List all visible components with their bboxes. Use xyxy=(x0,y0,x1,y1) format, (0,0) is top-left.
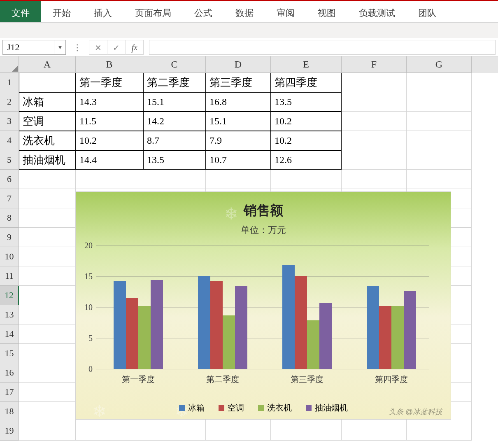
cell[interactable] xyxy=(19,170,76,189)
row-header[interactable]: 4 xyxy=(0,131,19,150)
cell[interactable]: 冰箱 xyxy=(19,92,76,112)
cell[interactable] xyxy=(206,421,271,441)
cell[interactable]: 11.5 xyxy=(76,112,143,131)
cell[interactable] xyxy=(19,73,76,92)
cell[interactable] xyxy=(19,402,76,421)
row-header[interactable]: 10 xyxy=(0,247,19,266)
tab-load-test[interactable]: 负载测试 xyxy=(347,1,407,22)
row-header[interactable]: 15 xyxy=(0,344,19,363)
more-options-icon[interactable]: ⋮ xyxy=(69,42,86,52)
cell[interactable]: 8.7 xyxy=(143,131,206,150)
row-header[interactable]: 16 xyxy=(0,363,19,383)
cell[interactable]: 7.9 xyxy=(206,131,271,150)
tab-formulas[interactable]: 公式 xyxy=(183,1,224,22)
cell[interactable] xyxy=(407,112,472,131)
cell[interactable] xyxy=(407,73,472,92)
row-header[interactable]: 11 xyxy=(0,266,19,286)
cell[interactable]: 空调 xyxy=(19,112,76,131)
cell[interactable] xyxy=(19,189,76,208)
cell[interactable]: 15.1 xyxy=(206,112,271,131)
cell[interactable]: 14.3 xyxy=(76,92,143,112)
cell[interactable] xyxy=(342,170,407,189)
tab-data[interactable]: 数据 xyxy=(224,1,265,22)
tab-home[interactable]: 开始 xyxy=(41,1,82,22)
col-header-A[interactable]: A xyxy=(19,56,76,73)
name-box[interactable]: J12 ▾ xyxy=(2,40,66,55)
cell[interactable]: 13.5 xyxy=(143,150,206,170)
row-header[interactable]: 14 xyxy=(0,324,19,344)
cell[interactable]: 第一季度 xyxy=(76,73,143,92)
chevron-down-icon[interactable]: ▾ xyxy=(54,40,65,54)
cell[interactable] xyxy=(19,208,76,228)
col-header-E[interactable]: E xyxy=(271,56,342,73)
cell[interactable]: 14.2 xyxy=(143,112,206,131)
cell[interactable] xyxy=(342,150,407,170)
cell[interactable] xyxy=(19,247,76,266)
cell[interactable] xyxy=(407,131,472,150)
chart-object[interactable]: ❄ ❄ ❄ 销售额 单位：万元 冰箱空调洗衣机抽油烟机 头条 @冰蓝科技 051… xyxy=(76,191,451,420)
cancel-icon[interactable]: ✕ xyxy=(89,40,107,55)
row-header[interactable]: 8 xyxy=(0,208,19,228)
row-header[interactable]: 2 xyxy=(0,92,19,112)
cell[interactable]: 第四季度 xyxy=(271,73,342,92)
cell[interactable] xyxy=(19,228,76,247)
cell[interactable] xyxy=(342,92,407,112)
row-header[interactable]: 1 xyxy=(0,73,19,92)
cell[interactable] xyxy=(342,421,407,441)
cell[interactable]: 13.5 xyxy=(271,92,342,112)
cell[interactable] xyxy=(407,92,472,112)
row-header[interactable]: 9 xyxy=(0,228,19,247)
col-header-D[interactable]: D xyxy=(206,56,271,73)
cell[interactable]: 16.8 xyxy=(206,92,271,112)
cell[interactable] xyxy=(143,421,206,441)
col-header-B[interactable]: B xyxy=(76,56,143,73)
row-header[interactable]: 18 xyxy=(0,402,19,421)
cell[interactable] xyxy=(19,363,76,383)
cell[interactable] xyxy=(342,112,407,131)
cell[interactable]: 抽油烟机 xyxy=(19,150,76,170)
cell[interactable] xyxy=(76,170,143,189)
row-header[interactable]: 13 xyxy=(0,305,19,324)
formula-input[interactable] xyxy=(149,40,496,55)
fx-icon[interactable]: fx xyxy=(126,40,144,55)
col-header-C[interactable]: C xyxy=(143,56,206,73)
cell[interactable] xyxy=(143,170,206,189)
row-header[interactable]: 3 xyxy=(0,112,19,131)
cell[interactable]: 10.2 xyxy=(271,131,342,150)
cell[interactable] xyxy=(19,286,76,305)
cell[interactable]: 10.7 xyxy=(206,150,271,170)
cell[interactable] xyxy=(76,421,143,441)
row-header[interactable]: 19 xyxy=(0,421,19,441)
row-header[interactable]: 5 xyxy=(0,150,19,170)
tab-review[interactable]: 审阅 xyxy=(265,1,306,22)
cell[interactable] xyxy=(19,383,76,402)
tab-page-layout[interactable]: 页面布局 xyxy=(123,1,183,22)
cell[interactable]: 洗衣机 xyxy=(19,131,76,150)
cell[interactable] xyxy=(342,131,407,150)
cell[interactable] xyxy=(342,73,407,92)
cell[interactable]: 10.2 xyxy=(271,112,342,131)
cell[interactable] xyxy=(407,150,472,170)
cell[interactable]: 第二季度 xyxy=(143,73,206,92)
cell[interactable] xyxy=(206,170,271,189)
select-all-corner[interactable] xyxy=(0,56,19,73)
cell[interactable] xyxy=(19,305,76,324)
cell[interactable] xyxy=(19,344,76,363)
cell[interactable] xyxy=(407,170,472,189)
cell[interactable]: 10.2 xyxy=(76,131,143,150)
enter-icon[interactable]: ✓ xyxy=(107,40,126,55)
cell[interactable]: 15.1 xyxy=(143,92,206,112)
col-header-G[interactable]: G xyxy=(407,56,472,73)
cell[interactable] xyxy=(19,421,76,441)
tab-view[interactable]: 视图 xyxy=(306,1,347,22)
cell[interactable] xyxy=(271,421,342,441)
cell[interactable] xyxy=(19,324,76,344)
cell[interactable]: 14.4 xyxy=(76,150,143,170)
col-header-F[interactable]: F xyxy=(342,56,407,73)
cell[interactable] xyxy=(407,421,472,441)
tab-team[interactable]: 团队 xyxy=(407,1,448,22)
cell[interactable]: 第三季度 xyxy=(206,73,271,92)
row-header[interactable]: 12 xyxy=(0,286,19,305)
cell[interactable] xyxy=(19,266,76,286)
row-header[interactable]: 6 xyxy=(0,170,19,189)
